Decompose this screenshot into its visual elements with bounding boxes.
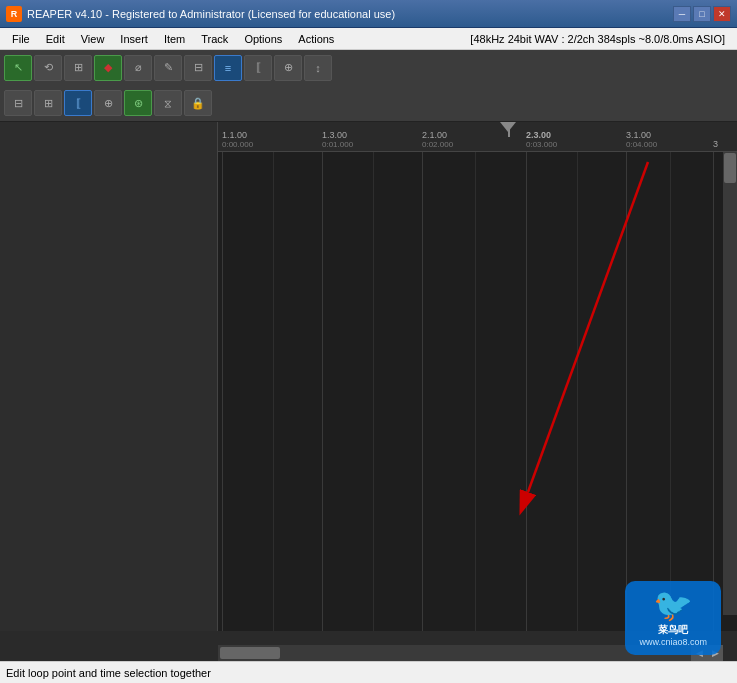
beat-line	[273, 152, 274, 631]
toolbar-btn-plus[interactable]: ⊞	[34, 90, 62, 116]
toolbar-area: ↖ ⟲ ⊞ ◆ ⌀ ✎ ⊟ ≡ ⟦ ⊕ ↕ ⊟ ⊞ ⟦ ⊕ ⊛ ⧖ 🔒	[0, 50, 737, 122]
menu-insert[interactable]: Insert	[112, 28, 156, 49]
toolbar-btn-snap[interactable]: ≡	[214, 55, 242, 81]
menu-view[interactable]: View	[73, 28, 113, 49]
main-area: 1.1.00 0:00.000 1.3.00 0:01.000 2.1.00 0…	[0, 122, 737, 631]
ruler-mark-2: 1.3.00 0:01.000	[322, 130, 353, 149]
toolbar-btn-minus[interactable]: ⊟	[4, 90, 32, 116]
minimize-button[interactable]: ─	[673, 6, 691, 22]
menu-options[interactable]: Options	[236, 28, 290, 49]
watermark: 🐦 菜鸟吧 www.cniao8.com	[625, 581, 721, 655]
toolbar-btn-razor[interactable]: ⊞	[64, 55, 92, 81]
app-icon: R	[6, 6, 22, 22]
title-bar: R REAPER v4.10 - Registered to Administr…	[0, 0, 737, 28]
toolbar-btn-stretch[interactable]: ⟦	[244, 55, 272, 81]
watermark-url: www.cniao8.com	[639, 637, 707, 647]
beat-line	[670, 152, 671, 631]
vertical-scroll-thumb[interactable]	[724, 153, 736, 183]
menu-actions[interactable]: Actions	[290, 28, 342, 49]
timeline-ruler: 1.1.00 0:00.000 1.3.00 0:01.000 2.1.00 0…	[218, 122, 737, 152]
title-text: REAPER v4.10 - Registered to Administrat…	[27, 8, 395, 20]
playhead-triangle	[500, 122, 516, 132]
toolbar-btn-ripple[interactable]: ↕	[304, 55, 332, 81]
menu-track[interactable]: Track	[193, 28, 236, 49]
bar-line	[626, 152, 627, 631]
toolbar-btn-crosshair[interactable]: ◆	[94, 55, 122, 81]
ruler-mark-6: 3	[713, 139, 718, 149]
toolbar-btn-add[interactable]: ⊕	[94, 90, 122, 116]
menu-item[interactable]: Item	[156, 28, 193, 49]
window-controls: ─ □ ✕	[673, 6, 731, 22]
ruler-mark-3: 2.1.00 0:02.000	[422, 130, 453, 149]
bar-line	[222, 152, 223, 631]
toolbar-row2: ⊟ ⊞ ⟦ ⊕ ⊛ ⧖ 🔒	[0, 86, 737, 122]
track-panel	[0, 122, 218, 631]
menu-edit[interactable]: Edit	[38, 28, 73, 49]
toolbar-btn-bracket[interactable]: ⟦	[64, 90, 92, 116]
toolbar-btn-envelope[interactable]: ⟲	[34, 55, 62, 81]
arrange-view[interactable]: 1.1.00 0:00.000 1.3.00 0:01.000 2.1.00 0…	[218, 122, 737, 631]
watermark-bird-icon: 🐦	[653, 589, 693, 621]
beat-line	[373, 152, 374, 631]
status-bar: Edit loop point and time selection toget…	[0, 661, 737, 683]
toolbar-btn-draw[interactable]: ✎	[154, 55, 182, 81]
title-bar-left: R REAPER v4.10 - Registered to Administr…	[6, 6, 395, 22]
bar-line	[526, 152, 527, 631]
horizontal-scroll-thumb[interactable]	[220, 647, 280, 659]
beat-line	[577, 152, 578, 631]
menu-file[interactable]: File	[4, 28, 38, 49]
maximize-button[interactable]: □	[693, 6, 711, 22]
status-text: Edit loop point and time selection toget…	[6, 667, 211, 679]
ruler-mark-5: 3.1.00 0:04.000	[626, 130, 657, 149]
toolbar-btn-split[interactable]: ⊕	[274, 55, 302, 81]
svg-line-1	[528, 162, 648, 492]
toolbar-btn-grid[interactable]: ⊟	[184, 55, 212, 81]
toolbar-btn-time[interactable]: ⧖	[154, 90, 182, 116]
ruler-mark-1: 1.1.00 0:00.000	[222, 130, 253, 149]
ruler-mark-4: 2.3.00 0:03.000	[526, 130, 557, 149]
vertical-scrollbar[interactable]	[723, 152, 737, 615]
annotation-arrow	[218, 152, 737, 631]
toolbar-btn-gear[interactable]: ⊛	[124, 90, 152, 116]
bar-line	[322, 152, 323, 631]
menu-bar: File Edit View Insert Item Track Options…	[0, 28, 737, 50]
close-button[interactable]: ✕	[713, 6, 731, 22]
arrange-content[interactable]	[218, 152, 737, 631]
toolbar-btn-cursor[interactable]: ↖	[4, 55, 32, 81]
bar-line	[422, 152, 423, 631]
bar-line	[713, 152, 714, 631]
toolbar-btn-loop[interactable]: ⌀	[124, 55, 152, 81]
beat-line	[475, 152, 476, 631]
audio-status-info: [48kHz 24bit WAV : 2/2ch 384spls ~8.0/8.…	[470, 33, 733, 45]
toolbar-row1: ↖ ⟲ ⊞ ◆ ⌀ ✎ ⊟ ≡ ⟦ ⊕ ↕	[0, 50, 737, 86]
toolbar-btn-lock[interactable]: 🔒	[184, 90, 212, 116]
watermark-site-name: 菜鸟吧	[658, 623, 688, 637]
